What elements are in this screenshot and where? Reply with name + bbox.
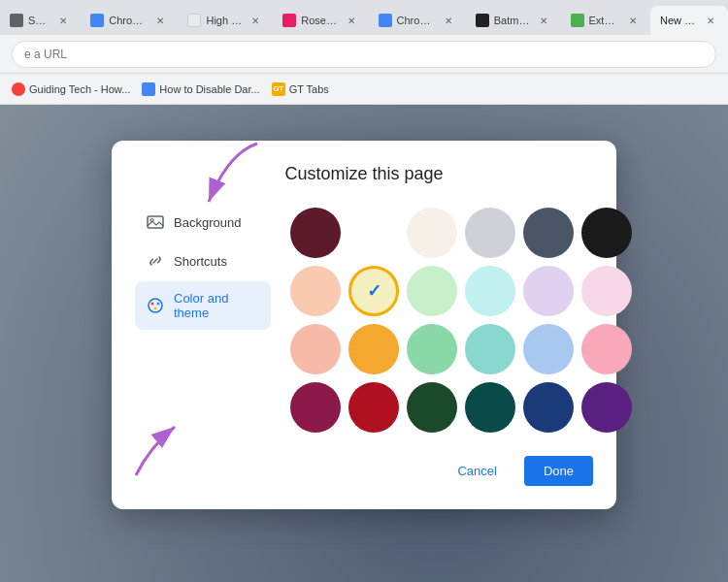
customize-dialog: Customize this page Background xyxy=(112,141,616,509)
tab-newtab[interactable]: New Tab ✕ xyxy=(650,6,728,35)
batman-favicon xyxy=(476,14,489,27)
bookmark-disable-dark[interactable]: How to Disable Dar... xyxy=(142,82,259,96)
svg-rect-0 xyxy=(148,216,163,228)
bookmark-disable-dark-icon xyxy=(142,82,155,96)
tab-high-contrast[interactable]: High Cont... ✕ xyxy=(178,6,273,35)
color-swatch-salmon[interactable] xyxy=(290,324,341,374)
address-input[interactable] xyxy=(12,41,716,68)
color-swatch-light-cyan[interactable] xyxy=(465,266,515,316)
tab-extensions-close[interactable]: ✕ xyxy=(625,13,641,28)
palette-icon xyxy=(147,297,164,314)
tab-settings-label: Settings xyxy=(28,15,50,26)
color-swatch-yellow-white[interactable] xyxy=(348,266,399,316)
color-swatch-pink[interactable] xyxy=(581,324,632,374)
color-swatch-orange[interactable] xyxy=(348,324,399,374)
color-swatch-peach[interactable] xyxy=(290,266,341,316)
dialog-sidebar: Background Shortcuts xyxy=(135,204,271,436)
color-swatch-navy[interactable] xyxy=(523,382,574,433)
settings-favicon xyxy=(10,14,23,27)
page-content: Customize this page Background xyxy=(0,105,728,582)
address-bar xyxy=(0,35,728,74)
bookmark-disable-dark-label: How to Disable Dar... xyxy=(159,83,259,95)
svg-point-5 xyxy=(154,307,157,310)
color-swatch-black[interactable] xyxy=(581,208,632,258)
color-grid xyxy=(286,204,636,436)
dialog-title: Customize this page xyxy=(135,164,593,184)
color-swatch-teal-light[interactable] xyxy=(465,324,515,374)
tab-rose[interactable]: Rose - Ch... ✕ xyxy=(273,6,368,35)
bookmark-guiding-tech[interactable]: Guiding Tech - How... xyxy=(12,82,130,96)
bookmark-gt-tabs[interactable]: GT GT Tabs xyxy=(272,82,329,96)
color-swatch-purple[interactable] xyxy=(581,382,632,433)
tab-high-contrast-label: High Cont... xyxy=(206,15,243,26)
tab-chrome2-label: Chrome W... xyxy=(397,15,436,26)
tab-chrome1[interactable]: Chrome W... ✕ xyxy=(81,6,178,35)
sidebar-item-background[interactable]: Background xyxy=(135,204,271,241)
high-contrast-favicon xyxy=(187,14,201,27)
tab-chrome2-close[interactable]: ✕ xyxy=(441,13,456,28)
cancel-button[interactable]: Cancel xyxy=(438,456,515,486)
bookmarks-bar: Guiding Tech - How... How to Disable Dar… xyxy=(0,74,728,105)
bookmark-gt-tabs-label: GT Tabs xyxy=(289,83,329,95)
tab-newtab-label: New Tab xyxy=(660,15,698,26)
sidebar-color-theme-label: Color and theme xyxy=(174,291,259,320)
tab-high-contrast-close[interactable]: ✕ xyxy=(248,13,263,28)
tab-settings-close[interactable]: ✕ xyxy=(55,13,71,28)
color-grid-area xyxy=(286,204,636,436)
tab-rose-close[interactable]: ✕ xyxy=(344,13,359,28)
tab-batman[interactable]: Batman N... ✕ xyxy=(466,6,561,35)
sidebar-item-shortcuts[interactable]: Shortcuts xyxy=(135,242,271,279)
rose-favicon xyxy=(282,14,296,27)
color-swatch-crimson[interactable] xyxy=(290,382,341,433)
chrome2-favicon xyxy=(379,14,392,27)
link-icon xyxy=(147,252,164,270)
tab-newtab-close[interactable]: ✕ xyxy=(703,13,718,28)
tab-batman-close[interactable]: ✕ xyxy=(536,13,551,28)
svg-point-3 xyxy=(151,303,154,306)
tab-settings[interactable]: Settings ✕ xyxy=(0,6,81,35)
color-swatch-mint[interactable] xyxy=(407,324,457,374)
color-swatch-light-cream[interactable] xyxy=(407,208,457,258)
bookmark-guiding-tech-label: Guiding Tech - How... xyxy=(29,83,130,95)
color-swatch-dark-slate[interactable] xyxy=(523,208,574,258)
extensions-favicon xyxy=(571,14,584,27)
sidebar-shortcuts-label: Shortcuts xyxy=(174,254,227,269)
color-swatch-red[interactable] xyxy=(348,382,399,433)
dialog-footer: Cancel Done xyxy=(135,456,593,486)
tab-batman-label: Batman N... xyxy=(494,15,531,26)
tab-chrome2[interactable]: Chrome W... ✕ xyxy=(369,6,466,35)
tab-extensions[interactable]: Extensio... ✕ xyxy=(561,6,650,35)
image-icon xyxy=(147,213,164,231)
bookmark-guiding-tech-icon xyxy=(12,82,25,96)
done-button[interactable]: Done xyxy=(524,456,593,486)
bookmark-gt-tabs-icon: GT xyxy=(272,82,285,96)
svg-point-4 xyxy=(157,303,160,306)
color-swatch-light-gray[interactable] xyxy=(465,208,515,258)
svg-point-2 xyxy=(149,299,162,312)
color-swatch-dark-teal[interactable] xyxy=(465,382,515,433)
sidebar-background-label: Background xyxy=(174,215,241,230)
color-swatch-white[interactable] xyxy=(348,208,399,258)
color-swatch-light-green[interactable] xyxy=(407,266,457,316)
color-swatch-light-lavender[interactable] xyxy=(523,266,574,316)
color-swatch-forest[interactable] xyxy=(407,382,457,433)
tab-rose-label: Rose - Ch... xyxy=(301,15,338,26)
color-swatch-dark-maroon[interactable] xyxy=(290,208,341,258)
sidebar-item-color-theme[interactable]: Color and theme xyxy=(135,281,271,330)
color-swatch-sky-blue[interactable] xyxy=(523,324,574,374)
chrome1-favicon xyxy=(90,14,104,27)
tab-bar: Settings ✕ Chrome W... ✕ High Cont... ✕ … xyxy=(0,0,728,35)
tab-extensions-label: Extensio... xyxy=(589,15,620,26)
tab-chrome1-label: Chrome W... xyxy=(109,15,148,26)
color-swatch-light-pink[interactable] xyxy=(581,266,632,316)
tab-chrome1-close[interactable]: ✕ xyxy=(152,13,168,28)
dialog-body: Background Shortcuts xyxy=(135,204,593,436)
browser-chrome: Settings ✕ Chrome W... ✕ High Cont... ✕ … xyxy=(0,0,728,105)
